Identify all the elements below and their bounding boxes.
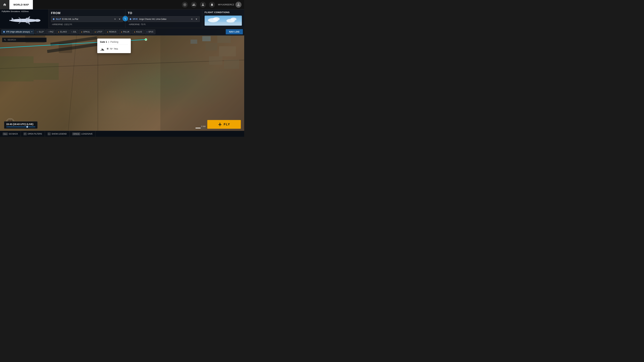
load-save-key: SPACE: [72, 133, 80, 135]
top-bar: WORLD MAP MIYUGREERCZ: [0, 0, 244, 9]
notifications-button[interactable]: [209, 2, 215, 8]
from-airport-input[interactable]: SLLP El Alto Intl, La Paz ✕ ▼: [51, 16, 123, 22]
swap-airports-button[interactable]: [122, 15, 128, 22]
waypoint-spjc-icon: ◇: [146, 31, 148, 33]
to-label: TO: [128, 11, 200, 15]
go-back-key: Esc: [3, 133, 8, 135]
bottom-bar: Esc GO BACK F OPEN FILTERS L SHOW LEGEND…: [0, 131, 244, 137]
load-save-label: LOAD/SAVE: [81, 133, 92, 135]
wind-direction: 75°: [110, 48, 113, 50]
to-dropdown-button[interactable]: ▼: [194, 17, 198, 21]
route-type-select[interactable]: IFR (High-altitude airways) ▼: [1, 29, 34, 34]
top-bar-right: MIYUGREERCZ: [182, 2, 244, 8]
waypoint-sllp[interactable]: ◇ SLLP: [35, 29, 46, 34]
gate-name: Gate 1: [100, 40, 107, 43]
waypoint-opkul[interactable]: ▲ OPKUL: [79, 29, 92, 34]
username-label: MIYUGREERCZ: [218, 3, 234, 6]
waypoint-elako[interactable]: ▲ ELAKO: [56, 29, 69, 34]
flight-panel: FlyByWire Simulations A320neo: [0, 9, 244, 28]
aircraft-brand: FlyByWire Simulations A320neo: [0, 9, 48, 13]
route-dropdown-arrow: ▼: [31, 31, 33, 33]
time-widget: 15:43 (19:43 UTC) (LIVE): [4, 121, 38, 129]
sidebar: SEARCH: [0, 35, 49, 44]
svg-point-7: [26, 22, 30, 23]
sky-preview: [204, 15, 242, 26]
from-clear-button[interactable]: ✕: [113, 17, 117, 21]
show-legend-button[interactable]: L SHOW LEGEND: [45, 131, 70, 137]
open-filters-label: OPEN FILTERS: [28, 133, 42, 135]
waypoint-elako-icon: ▲: [58, 31, 60, 33]
show-legend-key: L: [48, 133, 51, 135]
show-legend-label: SHOW LEGEND: [52, 133, 67, 135]
from-waypoint-icon: [52, 18, 55, 20]
open-filters-button[interactable]: F OPEN FILTERS: [21, 131, 45, 137]
home-button[interactable]: [0, 0, 10, 9]
svg-point-6: [26, 18, 30, 19]
waypoint-kulis-label: KULIS: [136, 31, 142, 33]
wind-info: 75° 7Kts: [106, 47, 118, 50]
waypoint-opkul-icon: ▲: [81, 31, 82, 33]
aircraft-image: [0, 13, 48, 28]
nav-log-button[interactable]: NAV LOG: [226, 29, 243, 34]
load-save-button[interactable]: SPACE LOAD/SAVE: [70, 131, 96, 137]
waypoint-spjc[interactable]: ◇ SPJC: [144, 29, 156, 34]
waypoint-paluk-icon: ▲: [121, 31, 122, 33]
search-placeholder: SEARCH: [8, 39, 16, 41]
to-airport-input[interactable]: SPJC Jorge Chavez Intl, Lima-Callao ✕ ▼: [128, 16, 200, 22]
waypoint-kulis[interactable]: ▲ KULIS: [132, 29, 144, 34]
svg-rect-8: [19, 20, 34, 21]
waypoint-jul-icon: □: [71, 31, 72, 33]
waypoint-litot-icon: ▲: [94, 31, 96, 33]
fly-label: FLY: [224, 123, 230, 126]
conditions-label: FLIGHT CONDITIONS: [204, 11, 242, 13]
gate-popup-title: Gate 1 | Parking: [100, 40, 128, 45]
waypoint-paz[interactable]: □ PAZ: [46, 29, 55, 34]
community-button[interactable]: [191, 2, 197, 8]
scale-label: 0 NM: [201, 125, 206, 127]
flight-conditions: FLIGHT CONDITIONS: [202, 9, 244, 28]
waypoint-remus-icon: ▲: [107, 31, 108, 33]
wind-icon: [106, 47, 109, 50]
from-status: -AIRBORNE- 13212 Ft: [51, 23, 123, 26]
waypoint-paluk-label: PALUK: [123, 31, 130, 33]
go-back-button[interactable]: Esc GO BACK: [0, 131, 21, 137]
waypoint-litot-label: LITOT: [97, 31, 102, 33]
from-dropdown-button[interactable]: ▼: [118, 17, 122, 21]
to-status: -AIRBORNE- 70 Ft: [128, 23, 200, 26]
time-display: 15:43 (19:43 UTC) (LIVE): [6, 123, 36, 125]
wind-speed: 7Kts: [114, 48, 118, 50]
go-back-label: GO BACK: [9, 133, 18, 135]
waypoint-spjc-label: SPJC: [148, 31, 154, 33]
swap-button-container: [122, 15, 128, 22]
svg-point-3: [145, 38, 147, 40]
to-clear-button[interactable]: ✕: [190, 17, 194, 21]
fly-button[interactable]: FLY: [207, 120, 241, 129]
waypoint-litot[interactable]: ▲ LITOT: [92, 29, 104, 34]
svg-point-5: [34, 19, 40, 22]
map-scale: 0 NM: [196, 125, 206, 128]
time-slider-handle[interactable]: [26, 126, 28, 128]
plane-departure-icon: [100, 46, 105, 51]
gate-popup: Gate 1 | Parking 75° 7Kts: [97, 38, 131, 53]
from-name: El Alto Intl, La Paz: [62, 18, 112, 20]
waypoint-jul[interactable]: □ JUL: [70, 29, 78, 34]
waypoint-bar: IFR (High-altitude airways) ▼ ◇ SLLP □ P…: [0, 28, 244, 35]
to-code: SPJC: [133, 18, 138, 20]
waypoint-remus[interactable]: ▲ REMUS: [105, 29, 118, 34]
profile-button[interactable]: [200, 2, 206, 8]
world-map-tab[interactable]: WORLD MAP: [10, 0, 33, 9]
scale-bar: [196, 128, 206, 128]
avatar: [236, 2, 242, 8]
conditions-visual: [204, 15, 242, 26]
waypoint-kulis-icon: ▲: [134, 31, 136, 33]
search-box[interactable]: SEARCH: [2, 37, 46, 42]
to-waypoint-icon: [129, 18, 132, 20]
user-info: MIYUGREERCZ: [218, 2, 242, 8]
popup-info-row: 75° 7Kts: [100, 46, 128, 51]
achievements-button[interactable]: [182, 2, 188, 8]
time-slider[interactable]: [6, 126, 36, 127]
waypoint-jul-label: JUL: [73, 31, 76, 33]
waypoint-remus-label: REMUS: [109, 31, 116, 33]
from-label: FROM: [51, 11, 123, 15]
waypoint-paluk[interactable]: ▲ PALUK: [119, 29, 131, 34]
